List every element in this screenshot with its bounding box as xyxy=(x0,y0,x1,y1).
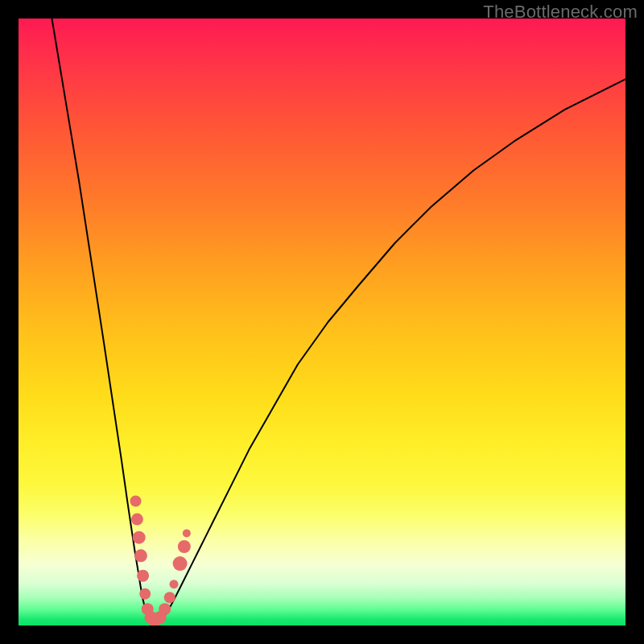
curve-layer xyxy=(19,19,625,625)
data-marker xyxy=(139,588,151,600)
data-marker xyxy=(137,570,149,582)
data-marker xyxy=(134,549,147,562)
data-marker xyxy=(164,592,175,603)
data-marker xyxy=(173,556,188,571)
data-marker xyxy=(183,529,191,537)
data-marker xyxy=(131,514,143,526)
attribution-watermark: TheBottleneck.com xyxy=(483,2,638,23)
chart-frame: TheBottleneck.com xyxy=(0,0,644,644)
data-marker xyxy=(130,495,142,506)
data-marker xyxy=(170,580,179,588)
data-marker xyxy=(178,540,191,553)
data-marker xyxy=(159,603,171,615)
plot-area xyxy=(19,19,625,625)
data-marker xyxy=(133,531,146,544)
